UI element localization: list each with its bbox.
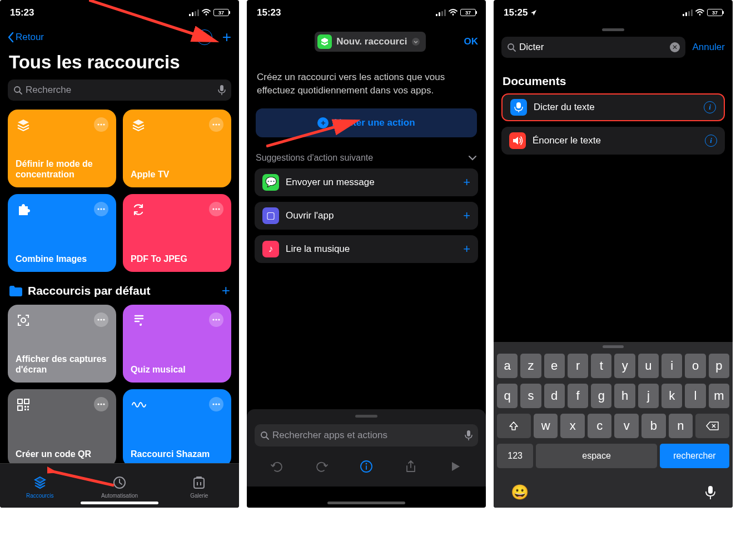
key-e[interactable]: e (544, 354, 565, 378)
numbers-key[interactable]: 123 (497, 444, 533, 468)
home-indicator[interactable] (327, 502, 405, 504)
space-key[interactable]: espace (536, 444, 657, 468)
svg-point-42 (218, 403, 220, 405)
sheet-handle[interactable] (602, 28, 624, 31)
action-result-item[interactable]: Dicter du textei (501, 93, 725, 121)
section-header-default: Raccourcis par défaut + (0, 272, 239, 305)
undo-button[interactable] (265, 455, 289, 478)
mic-icon[interactable] (465, 430, 472, 441)
key-c[interactable]: c (588, 414, 612, 438)
status-bar: 15:23 37 (247, 0, 486, 25)
search-bar[interactable]: Recherche (8, 80, 231, 101)
shortcut-tile[interactable]: Quiz musical (123, 305, 231, 383)
backspace-key[interactable] (695, 414, 729, 438)
search-key[interactable]: rechercher (660, 444, 729, 468)
key-b[interactable]: b (641, 414, 666, 438)
svg-point-40 (212, 403, 214, 405)
key-w[interactable]: w (534, 414, 558, 438)
more-button[interactable] (197, 29, 212, 45)
svg-point-22 (218, 208, 220, 210)
tab-galerie[interactable]: Galerie (160, 464, 239, 508)
tile-more-button[interactable] (209, 397, 223, 411)
result-icon (510, 99, 527, 116)
cancel-button[interactable]: Annuler (692, 42, 725, 53)
key-f[interactable]: f (568, 384, 588, 408)
svg-line-70 (513, 49, 515, 51)
add-action-button[interactable]: + Ajouter une action (256, 108, 477, 137)
key-s[interactable]: s (520, 384, 541, 408)
shortcut-tile[interactable]: Définir le mode de concentration (8, 110, 116, 187)
key-n[interactable]: n (669, 414, 693, 438)
home-indicator[interactable] (81, 502, 158, 504)
tile-more-button[interactable] (94, 117, 108, 132)
dictation-key[interactable] (705, 485, 715, 500)
suggestion-label: Envoyer un message (286, 177, 456, 188)
tile-more-button[interactable] (94, 312, 108, 327)
tile-more-button[interactable] (209, 312, 223, 327)
shortcut-tile[interactable]: Raccourci Shazam (123, 389, 231, 467)
key-z[interactable]: z (520, 354, 541, 378)
add-suggestion-button[interactable]: + (463, 209, 470, 223)
key-m[interactable]: m (709, 384, 729, 408)
key-k[interactable]: k (662, 384, 682, 408)
suggestion-item[interactable]: 💬Envoyer un message+ (255, 168, 478, 196)
info-button[interactable] (354, 455, 379, 478)
key-x[interactable]: x (560, 414, 585, 438)
key-l[interactable]: l (685, 384, 705, 408)
key-q[interactable]: q (497, 384, 518, 408)
key-a[interactable]: a (497, 354, 518, 378)
mic-icon[interactable] (218, 85, 226, 96)
svg-line-9 (19, 92, 22, 94)
clear-button[interactable]: ✕ (670, 42, 680, 52)
action-result-item[interactable]: Énoncer le textei (501, 127, 725, 155)
add-suggestion-button[interactable]: + (463, 175, 470, 190)
tile-more-button[interactable] (209, 117, 223, 132)
svg-rect-3 (197, 9, 199, 16)
ok-button[interactable]: OK (464, 36, 478, 47)
tab-icon (33, 475, 47, 491)
play-button[interactable] (444, 455, 468, 478)
shortcut-tile[interactable]: Afficher des captures d'écran (8, 305, 116, 383)
key-v[interactable]: v (614, 414, 639, 438)
key-o[interactable]: o (685, 354, 705, 378)
shift-key[interactable] (497, 414, 531, 438)
key-d[interactable]: d (544, 384, 565, 408)
add-suggestion-button[interactable]: + (463, 242, 470, 256)
key-p[interactable]: p (709, 354, 729, 378)
shortcut-tile[interactable]: Combine Images (8, 194, 116, 272)
redo-button[interactable] (310, 455, 334, 478)
key-r[interactable]: r (568, 354, 588, 378)
shortcut-tile[interactable]: Créer un code QR (8, 389, 116, 467)
tab-raccourcis[interactable]: Raccourcis (0, 464, 79, 508)
shortcut-tile[interactable]: Apple TV (123, 110, 231, 187)
sheet-handle[interactable] (355, 415, 377, 418)
tile-more-button[interactable] (209, 202, 223, 216)
search-input[interactable]: Dicter ✕ (501, 37, 685, 58)
key-i[interactable]: i (662, 354, 682, 378)
info-icon[interactable]: i (704, 101, 716, 113)
key-j[interactable]: j (638, 384, 659, 408)
search-actions-bar[interactable]: Rechercher apps et actions (255, 424, 478, 446)
keyboard-handle[interactable] (603, 345, 624, 348)
emoji-key[interactable]: 😀 (511, 484, 529, 501)
suggestion-item[interactable]: ▢Ouvrir l'app+ (255, 202, 478, 230)
suggestion-item[interactable]: ♪Lire la musique+ (255, 235, 478, 263)
key-g[interactable]: g (591, 384, 611, 408)
tile-more-button[interactable] (94, 202, 108, 216)
add-shortcut-button[interactable]: + (222, 28, 231, 46)
shortcut-tile[interactable]: PDF To JPEG (123, 194, 231, 272)
suggestions-header[interactable]: Suggestions d'action suivante (247, 137, 486, 168)
section-add-button[interactable]: + (222, 282, 230, 299)
wifi-icon (201, 9, 211, 16)
shortcut-title-dropdown[interactable]: Nouv. raccourci (315, 32, 426, 52)
key-y[interactable]: y (614, 354, 635, 378)
key-h[interactable]: h (614, 384, 635, 408)
tile-more-button[interactable] (94, 397, 108, 411)
key-t[interactable]: t (591, 354, 611, 378)
key-u[interactable]: u (638, 354, 659, 378)
info-icon[interactable]: i (705, 135, 717, 147)
svg-rect-65 (685, 12, 687, 16)
share-button[interactable] (399, 455, 423, 478)
back-button[interactable]: Retour (8, 32, 44, 43)
search-value: Dicter (519, 42, 667, 53)
